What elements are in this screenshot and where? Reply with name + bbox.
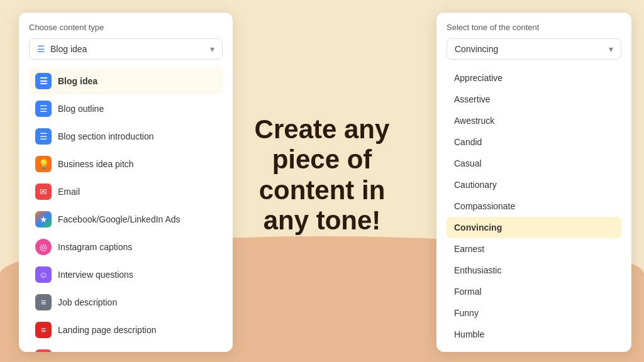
tone-list-item[interactable]: Cautionary — [447, 174, 621, 195]
content-type-dropdown[interactable]: ☰ Blog idea ▾ — [29, 38, 223, 60]
content-list-item[interactable]: ☰ Blog idea — [29, 67, 223, 95]
content-item-icon: 💡 — [35, 156, 52, 172]
content-list-item[interactable]: ☺ Interview questions — [29, 261, 223, 288]
content-item-label: Job description — [58, 297, 117, 307]
content-item-icon: ☺ — [35, 266, 52, 283]
tone-dropdown-value: Convincing — [455, 44, 498, 54]
content-list-item[interactable]: ≡ Job description — [29, 288, 223, 316]
tone-list-item[interactable]: Appreciative — [447, 67, 621, 89]
hero-text: Create any piece of content in any tone! — [228, 114, 416, 236]
dropdown-selected-value: Blog idea — [50, 44, 87, 54]
content-item-icon: ☰ — [35, 101, 52, 117]
content-item-icon: ✉ — [35, 184, 52, 200]
content-list-item[interactable]: ☰ Blog section introduction — [29, 123, 223, 150]
content-list-item[interactable]: ≡ Landing page description — [29, 316, 223, 344]
content-item-label: Blog outline — [58, 104, 104, 114]
content-item-icon: ≡ — [35, 322, 52, 338]
tone-list-item[interactable]: Humorous — [447, 345, 621, 352]
tone-list-item[interactable]: Casual — [447, 153, 621, 174]
tone-list-item[interactable]: Formal — [447, 281, 621, 302]
content-list-item[interactable]: ≡ Product description — [29, 344, 223, 352]
tone-panel: Select tone of the content Convincing ▾ … — [436, 13, 631, 352]
hero-line2: piece of — [272, 145, 372, 174]
tone-list-item[interactable]: Funny — [447, 302, 621, 324]
tone-list-item[interactable]: Candid — [447, 131, 621, 153]
hero-line4: any tone! — [264, 206, 381, 235]
content-item-label: Email — [58, 187, 80, 197]
tone-list-item[interactable]: Convincing — [447, 217, 621, 238]
tone-list-item[interactable]: Compassionate — [447, 195, 621, 217]
content-list-item[interactable]: ★ Facebook/Google/LinkedIn Ads — [29, 206, 223, 233]
content-list-item[interactable]: 💡 Business idea pitch — [29, 150, 223, 178]
tone-list: AppreciativeAssertiveAwestruckCandidCasu… — [447, 67, 621, 352]
content-item-label: Business idea pitch — [58, 159, 134, 169]
content-item-icon: ≡ — [35, 294, 52, 310]
content-item-icon: ≡ — [35, 349, 52, 352]
content-item-icon: ◎ — [35, 239, 52, 255]
content-item-icon: ★ — [35, 211, 52, 228]
content-item-label: Blog section introduction — [58, 131, 154, 141]
dropdown-icon: ☰ — [37, 44, 45, 54]
hero-line1: Create any — [255, 114, 390, 144]
content-item-icon: ☰ — [35, 73, 52, 89]
right-panel-title: Select tone of the content — [447, 23, 621, 32]
content-item-label: Interview questions — [58, 270, 133, 280]
tone-dropdown[interactable]: Convincing ▾ — [447, 38, 621, 60]
tone-list-item[interactable]: Earnest — [447, 238, 621, 260]
tone-list-item[interactable]: Enthusiastic — [447, 260, 621, 281]
tone-list-item[interactable]: Awestruck — [447, 110, 621, 131]
content-list-item[interactable]: ✉ Email — [29, 178, 223, 206]
chevron-down-icon: ▾ — [210, 44, 214, 54]
hero-line3: content in — [259, 175, 386, 204]
content-item-label: Blog idea — [58, 76, 97, 86]
content-item-label: Landing page description — [58, 325, 156, 335]
tone-chevron-icon: ▾ — [609, 44, 613, 54]
content-list-item[interactable]: ☰ Blog outline — [29, 95, 223, 123]
content-item-label: Instagram captions — [58, 242, 132, 252]
content-type-list: ☰ Blog idea ☰ Blog outline ☰ Blog sectio… — [29, 67, 223, 352]
content-item-icon: ☰ — [35, 128, 52, 145]
left-panel-title: Choose content type — [29, 23, 223, 32]
content-list-item[interactable]: ◎ Instagram captions — [29, 233, 223, 261]
tone-list-item[interactable]: Humble — [447, 324, 621, 345]
content-type-panel: Choose content type ☰ Blog idea ▾ ☰ Blog… — [19, 13, 233, 352]
content-item-label: Facebook/Google/LinkedIn Ads — [58, 214, 180, 224]
tone-list-item[interactable]: Assertive — [447, 89, 621, 110]
